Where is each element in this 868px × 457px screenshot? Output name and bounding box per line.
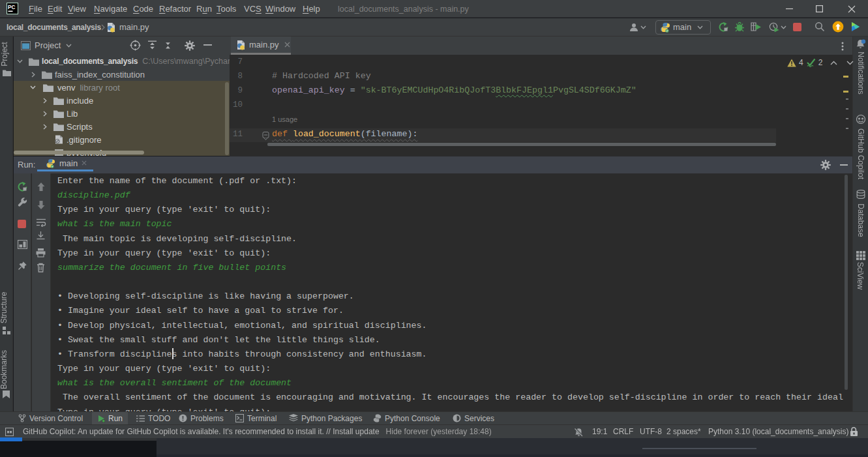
svg-text:PC: PC [8,5,15,10]
